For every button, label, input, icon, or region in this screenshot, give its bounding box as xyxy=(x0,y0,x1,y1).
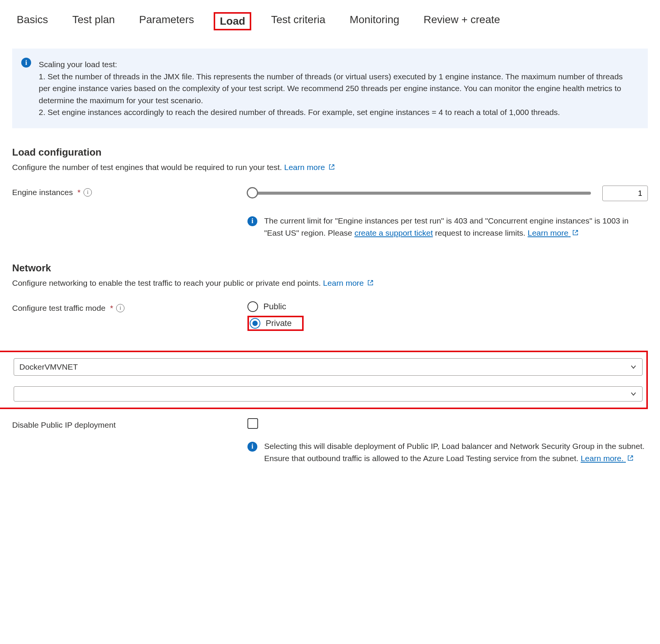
vnet-subnet-highlight: Virtual network * DockerVMVNET Subnet * xyxy=(0,351,648,409)
radio-public-label: Public xyxy=(263,302,286,312)
engine-limits-learn-more-link[interactable]: Learn more xyxy=(528,228,578,237)
required-marker: * xyxy=(77,188,80,197)
load-config-title: Load configuration xyxy=(12,146,648,158)
required-marker: * xyxy=(110,304,113,313)
radio-private-label: Private xyxy=(266,318,291,328)
tab-review-create[interactable]: Review + create xyxy=(419,12,505,30)
radio-public[interactable]: Public xyxy=(247,301,648,312)
chevron-down-icon xyxy=(630,390,637,397)
disable-ip-learn-more-link[interactable]: Learn more. xyxy=(581,454,633,463)
load-config-desc: Configure the number of test engines tha… xyxy=(12,163,648,172)
disable-ip-label-text: Disable Public IP deployment xyxy=(12,420,116,430)
traffic-mode-label-text: Configure test traffic mode xyxy=(12,304,106,313)
radio-icon xyxy=(250,318,260,329)
traffic-mode-label: Configure test traffic mode * i xyxy=(12,301,247,313)
learn-more-text: Learn more xyxy=(323,279,364,287)
create-support-ticket-link[interactable]: create a support ticket xyxy=(354,228,433,237)
tab-test-criteria[interactable]: Test criteria xyxy=(266,12,330,30)
network-desc-text: Configure networking to enable the test … xyxy=(12,279,323,287)
virtual-network-label: Virtual network * xyxy=(0,361,14,373)
disable-public-ip-checkbox[interactable] xyxy=(247,418,258,429)
info-line-2: 2. Set engine instances accordingly to r… xyxy=(39,106,635,118)
learn-more-text: Learn more xyxy=(528,228,568,237)
network-title: Network xyxy=(12,262,648,274)
engine-instances-slider-wrap xyxy=(247,186,648,201)
tab-basics[interactable]: Basics xyxy=(12,12,52,30)
load-config-learn-more-link[interactable]: Learn more xyxy=(284,163,335,172)
traffic-mode-radio-group: Public Private xyxy=(247,301,648,331)
limits-text-b: request to increase limits. xyxy=(435,228,528,237)
disable-public-ip-label: Disable Public IP deployment xyxy=(12,418,247,430)
tab-test-plan[interactable]: Test plan xyxy=(68,12,119,30)
info-icon: i xyxy=(21,58,31,68)
slider-thumb[interactable] xyxy=(247,187,258,198)
scaling-info-panel: i Scaling your load test: 1. Set the num… xyxy=(12,49,648,128)
subnet-row: Subnet * xyxy=(14,386,643,402)
traffic-mode-row: Configure test traffic mode * i Public P… xyxy=(12,301,648,331)
vnet-value: DockerVMVNET xyxy=(19,362,78,372)
help-icon[interactable]: i xyxy=(116,304,124,312)
info-icon: i xyxy=(247,442,257,452)
network-learn-more-link[interactable]: Learn more xyxy=(323,279,373,287)
external-link-icon xyxy=(572,230,578,236)
engine-instances-input[interactable] xyxy=(602,186,648,201)
virtual-network-row: Virtual network * DockerVMVNET xyxy=(14,358,643,376)
disable-public-ip-row: Disable Public IP deployment xyxy=(12,418,648,430)
disable-ip-hint: i Selecting this will disable deployment… xyxy=(12,440,648,465)
subnet-label: Subnet * xyxy=(0,388,14,400)
radio-icon xyxy=(247,301,258,312)
virtual-network-dropdown[interactable]: DockerVMVNET xyxy=(14,358,643,376)
engine-label-text: Engine instances xyxy=(12,188,73,197)
external-link-icon xyxy=(627,455,633,461)
engine-instances-row: Engine instances * i xyxy=(12,186,648,201)
info-icon: i xyxy=(247,216,257,226)
chevron-down-icon xyxy=(630,364,637,370)
subnet-dropdown[interactable] xyxy=(14,386,643,402)
info-title: Scaling your load test: xyxy=(39,58,635,71)
engine-instances-label: Engine instances * i xyxy=(12,186,247,197)
tab-monitoring[interactable]: Monitoring xyxy=(345,12,404,30)
external-link-icon xyxy=(367,280,373,286)
external-link-icon xyxy=(329,164,335,170)
learn-more-text: Learn more. xyxy=(581,454,624,463)
load-config-desc-text: Configure the number of test engines tha… xyxy=(12,163,284,172)
tab-bar: Basics Test plan Parameters Load Test cr… xyxy=(12,12,648,30)
engine-limits-hint: i The current limit for "Engine instance… xyxy=(12,215,648,239)
network-desc: Configure networking to enable the test … xyxy=(12,279,648,288)
tab-load[interactable]: Load xyxy=(214,12,251,30)
radio-private[interactable]: Private xyxy=(247,316,304,331)
info-line-1: 1. Set the number of threads in the JMX … xyxy=(39,71,635,107)
help-icon[interactable]: i xyxy=(83,188,92,197)
learn-more-text: Learn more xyxy=(284,163,325,172)
tab-parameters[interactable]: Parameters xyxy=(135,12,199,30)
engine-instances-slider[interactable] xyxy=(247,192,591,195)
